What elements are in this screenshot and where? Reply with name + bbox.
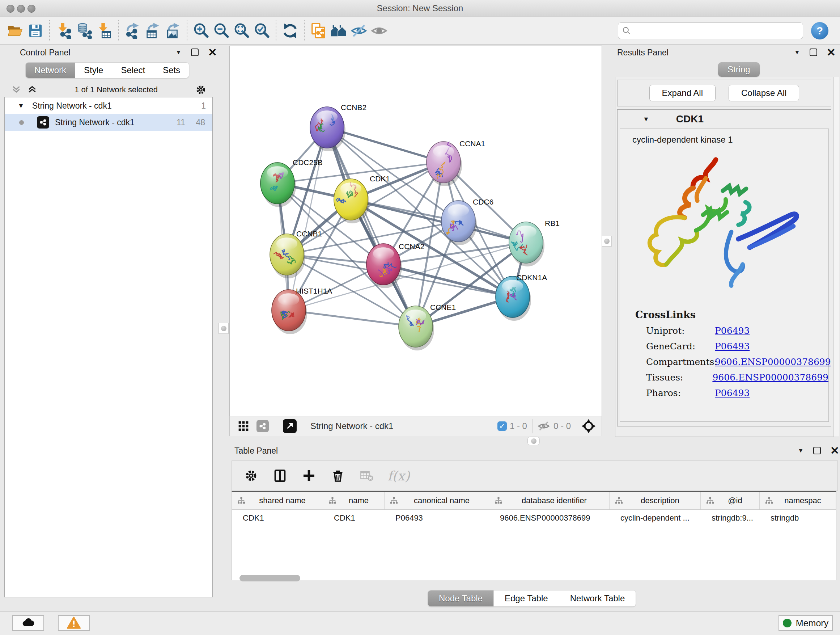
zoom-out-icon[interactable]: [211, 21, 232, 41]
tab-select[interactable]: Select: [112, 63, 154, 78]
column-header-namespac[interactable]: namespac: [760, 492, 836, 509]
expand-all-button[interactable]: Expand All: [649, 85, 715, 101]
network-node-RB1[interactable]: [509, 222, 545, 266]
export-table-icon[interactable]: [142, 21, 163, 41]
crosslink-link[interactable]: P06493: [715, 341, 750, 352]
clone-network-icon[interactable]: [308, 21, 328, 41]
table-cell[interactable]: CDK1: [323, 513, 385, 523]
birds-eye-icon[interactable]: [283, 419, 297, 433]
network-edge-HIST1H1A-CCNE1[interactable]: [289, 310, 416, 326]
tab-style[interactable]: Style: [75, 63, 112, 78]
column-header-database-identifier[interactable]: database identifier: [489, 492, 609, 509]
network-node-CDK1[interactable]: [334, 179, 369, 223]
delete-column-trash-icon[interactable]: [330, 467, 346, 484]
bottom-splitter-handle[interactable]: [527, 437, 540, 445]
entry-disclosure-icon[interactable]: ▼: [643, 116, 649, 123]
import-network-database-icon[interactable]: [74, 21, 94, 41]
crosslink-link[interactable]: P06493: [715, 388, 750, 398]
collection-disclosure-icon[interactable]: ▼: [18, 102, 24, 110]
collapse-all-button[interactable]: Collapse All: [729, 85, 799, 101]
export-image-icon[interactable]: [163, 21, 183, 41]
zoom-in-icon[interactable]: [191, 21, 211, 41]
refresh-layout-icon[interactable]: [280, 21, 300, 41]
table-cell[interactable]: stringdb:9...: [701, 513, 760, 523]
network-canvas[interactable]: CCNB2CCNA1CDC25BCDK1CDC6RB1CCNB1CCNA2CDK…: [229, 46, 602, 416]
table-cell[interactable]: P06493: [385, 513, 489, 523]
column-header-name[interactable]: name: [323, 492, 385, 509]
table-gear-icon[interactable]: [243, 467, 259, 484]
table-cell[interactable]: cyclin-dependent ...: [609, 513, 701, 523]
houses-icon[interactable]: [328, 21, 349, 41]
tab-network[interactable]: Network: [26, 63, 75, 78]
cdk1-entry-header[interactable]: ▼ CDK1: [617, 110, 831, 128]
column-header--id[interactable]: @id: [701, 492, 760, 509]
crosslink-link[interactable]: 9606.ENSP00000378699: [712, 372, 829, 383]
network-row-label: String Network - cdk1: [55, 118, 134, 127]
panel-close-icon[interactable]: ✕: [208, 49, 217, 56]
column-header-canonical-name[interactable]: canonical name: [385, 492, 489, 509]
results-scrollbar-track[interactable]: [834, 77, 839, 437]
network-node-HIST1H1A[interactable]: [272, 290, 307, 334]
table-hscrollbar-thumb[interactable]: [240, 575, 300, 581]
add-column-icon[interactable]: [301, 467, 317, 484]
selected-checkbox-icon[interactable]: ✓: [497, 421, 507, 431]
network-edge-CCNB2-HIST1H1A[interactable]: [289, 127, 327, 310]
save-session-icon[interactable]: [25, 21, 46, 41]
table-cell[interactable]: stringdb: [760, 513, 836, 523]
network-row-selected[interactable]: String Network - cdk1 11 48: [5, 114, 212, 131]
network-node-CCNE1[interactable]: [399, 306, 434, 350]
zoom-selected-icon[interactable]: [252, 21, 272, 41]
expand-all-icon[interactable]: [27, 84, 38, 95]
string-share-icon[interactable]: [256, 420, 269, 432]
tab-sets[interactable]: Sets: [154, 63, 189, 78]
table-cell[interactable]: CDK1: [232, 513, 323, 523]
crosslink-link[interactable]: P06493: [715, 325, 750, 336]
panel-dropdown-icon[interactable]: ▼: [175, 49, 182, 56]
panel-dropdown-icon[interactable]: ▼: [798, 447, 804, 454]
network-node-CCNB2[interactable]: [310, 107, 346, 151]
search-field[interactable]: [634, 26, 799, 36]
panel-close-icon[interactable]: ✕: [830, 447, 839, 454]
import-table-file-icon[interactable]: [94, 21, 114, 41]
fit-content-icon[interactable]: [232, 21, 252, 41]
warning-button[interactable]: [58, 615, 90, 631]
panel-float-icon[interactable]: [813, 447, 821, 454]
table-row[interactable]: CDK1CDK1P064939606.ENSP00000378699cyclin…: [232, 510, 836, 526]
memory-button[interactable]: Memory: [778, 615, 833, 631]
hide-selected-eye-slash-icon[interactable]: [349, 21, 369, 41]
column-header-shared-name[interactable]: shared name: [232, 492, 323, 509]
toolbar-search-input[interactable]: [618, 22, 803, 39]
panel-close-icon[interactable]: ✕: [827, 49, 836, 56]
left-splitter-handle[interactable]: [218, 323, 229, 334]
open-file-icon[interactable]: [5, 21, 25, 41]
panel-float-icon[interactable]: [810, 49, 817, 56]
table-cell[interactable]: 9606.ENSP00000378699: [489, 513, 609, 523]
tab-edge-table[interactable]: Edge Table: [494, 591, 559, 606]
export-network-icon[interactable]: [122, 21, 142, 41]
network-edge-CCNB2-CCNE1[interactable]: [327, 127, 416, 326]
network-node-CDKN1A[interactable]: [496, 276, 531, 321]
network-options-gear-icon[interactable]: [195, 84, 207, 96]
show-columns-icon[interactable]: [272, 467, 288, 484]
network-collection-row[interactable]: ▼ String Network - cdk1 1: [5, 97, 212, 114]
network-node-CCNB1[interactable]: [270, 234, 305, 279]
results-tab-string[interactable]: String: [718, 62, 760, 77]
panel-dropdown-icon[interactable]: ▼: [794, 49, 800, 56]
hidden-eye-slash-icon[interactable]: [538, 420, 550, 432]
network-node-CCNA1[interactable]: [426, 141, 462, 186]
tab-node-table[interactable]: Node Table: [428, 591, 494, 606]
help-icon[interactable]: ?: [811, 22, 829, 40]
crosshair-icon[interactable]: [581, 419, 596, 433]
network-edge-CDK1-RB1[interactable]: [351, 200, 526, 242]
column-header-description[interactable]: description: [609, 492, 701, 509]
cloud-button[interactable]: [12, 615, 44, 631]
collapse-all-icon[interactable]: [11, 84, 22, 95]
import-network-file-icon[interactable]: [54, 21, 74, 41]
panel-float-icon[interactable]: [191, 49, 199, 56]
network-node-CDC6[interactable]: [441, 201, 477, 245]
tab-network-table[interactable]: Network Table: [559, 591, 636, 606]
grid-icon[interactable]: [238, 420, 249, 432]
show-all-eye-icon[interactable]: [369, 21, 389, 41]
crosslink-link[interactable]: 9606.ENSP00000378699: [715, 356, 831, 367]
right-splitter-handle[interactable]: [602, 236, 612, 247]
